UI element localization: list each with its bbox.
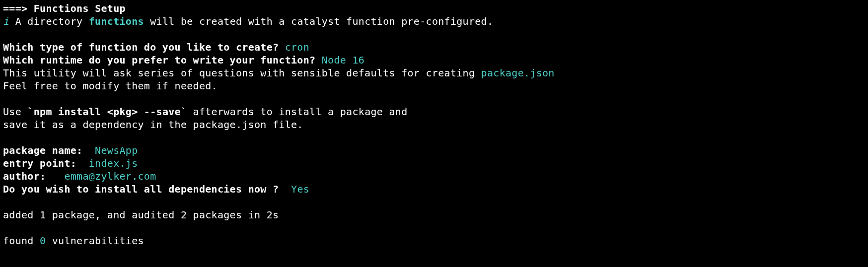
utility-line1-highlight: package.json	[481, 67, 555, 79]
info-line: i A directory functions will be created …	[3, 15, 865, 28]
prompt-function-type-answer: cron	[285, 41, 309, 53]
terminal-output: ===> Functions Setupi A directory functi…	[3, 2, 865, 247]
header-line: ===> Functions Setup	[3, 2, 865, 15]
package-name-line: package name: NewsApp	[3, 144, 865, 157]
install-deps-value: Yes	[279, 183, 309, 195]
entry-point-value: index.js	[76, 157, 138, 169]
utility-line1: This utility will ask series of question…	[3, 67, 865, 79]
npm-line1-before: Use	[3, 106, 27, 118]
header-title: Functions Setup	[34, 2, 126, 14]
result-found-after: vulnerabilities	[46, 235, 144, 247]
npm-line1-bold: `npm install <pkg> --save`	[27, 106, 187, 118]
install-deps-label: Do you wish to install all dependencies …	[3, 183, 279, 195]
npm-line1: Use `npm install <pkg> --save` afterward…	[3, 105, 865, 118]
npm-line2: save it as a dependency in the package.j…	[3, 118, 865, 131]
info-highlight: functions	[89, 15, 144, 27]
info-text-after: will be created with a catalyst function…	[144, 15, 493, 27]
prompt-function-type: Which type of function do you like to cr…	[3, 41, 865, 54]
package-name-label: package name:	[3, 144, 82, 156]
result-found-before: found	[3, 235, 40, 247]
prompt-function-type-question: Which type of function do you like to cr…	[3, 41, 285, 53]
prompt-runtime-answer: Node 16	[322, 54, 364, 66]
npm-line1-after: afterwards to install a package and	[187, 106, 407, 118]
result-found-count: 0	[40, 235, 46, 247]
utility-line2: Feel free to modify them if needed.	[3, 79, 865, 92]
utility-line1-before: This utility will ask series of question…	[3, 67, 481, 79]
entry-point-label: entry point:	[3, 157, 76, 169]
result-found: found 0 vulnerabilities	[3, 234, 865, 247]
install-deps-line: Do you wish to install all dependencies …	[3, 183, 865, 196]
author-line: author: emma@zylker.com	[3, 170, 865, 183]
result-added: added 1 package, and audited 2 packages …	[3, 208, 865, 221]
info-text-before: A directory	[9, 15, 88, 27]
header-arrow: ===>	[3, 2, 34, 14]
package-name-value: NewsApp	[82, 144, 138, 156]
prompt-runtime: Which runtime do you prefer to write you…	[3, 54, 865, 67]
entry-point-line: entry point: index.js	[3, 157, 865, 170]
author-value: emma@zylker.com	[46, 170, 156, 182]
author-label: author:	[3, 170, 46, 182]
prompt-runtime-question: Which runtime do you prefer to write you…	[3, 54, 322, 66]
info-icon: i	[3, 15, 9, 27]
